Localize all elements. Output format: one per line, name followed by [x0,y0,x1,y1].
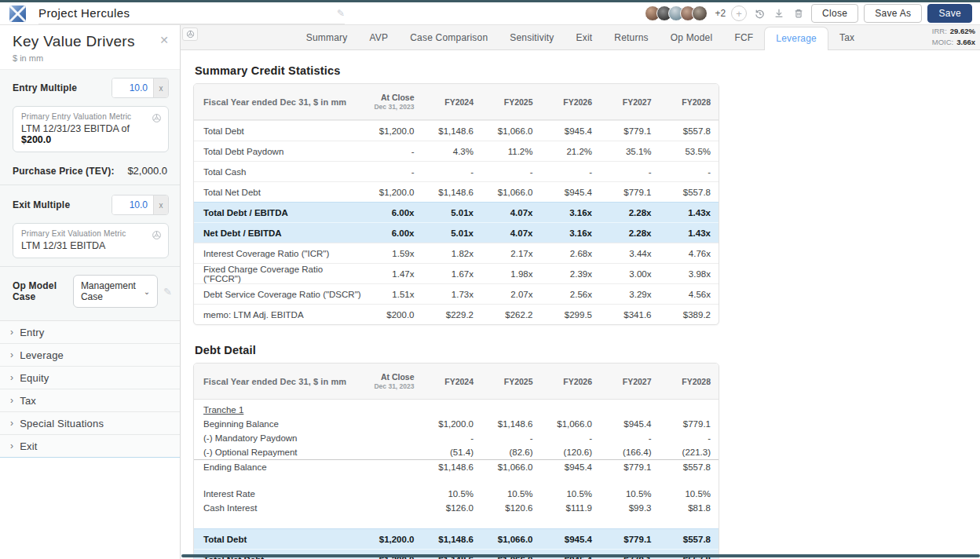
units-note: $ in mm [0,52,180,69]
irr-label: IRR: [932,27,947,35]
row-label: Ending Balance [194,462,363,472]
cell-value: - [660,167,719,177]
exit-valuation-metric-card[interactable]: Primary Exit Valuation Metric LTM 12/31 … [13,223,169,258]
cell-value: $1,148.6 [422,462,482,472]
op-model-case-select[interactable]: Management Case ⌄ [73,275,158,308]
cell-value: 11.2% [481,147,541,156]
cell-value: $779.1 [660,419,719,429]
panel-settings-icon[interactable] [182,27,198,41]
chevron-right-icon: › [10,349,13,360]
edit-title-icon[interactable]: ✎ [337,8,345,19]
exit-metric-text: LTM 12/31 EBITDA [21,240,160,251]
tab-tax[interactable]: Tax [828,25,865,49]
tab-case-comparison[interactable]: Case Comparison [399,25,499,49]
cell-value: 10.5% [660,489,719,499]
sidebar-title: Key Value Drivers [13,33,135,50]
save-as-button[interactable]: Save As [864,4,922,23]
sidebar-section-equity[interactable]: ›Equity [0,367,180,389]
cell-value: $945.4 [541,126,601,136]
cell-value: 10.5% [481,489,541,499]
exit-metric-caption: Primary Exit Valuation Metric [21,229,160,238]
cell-value: 2.07x [481,290,541,299]
sidebar-section-exit[interactable]: ›Exit [0,435,180,458]
tabs: SummaryAVPCase ComparisonSensitivityExit… [295,25,865,49]
cell-value: - [660,433,719,443]
cell-value: 1.43x [660,228,719,238]
horizontal-scrollbar[interactable] [181,554,980,557]
tab-summary[interactable]: Summary [295,25,359,49]
sidebar-section-entry[interactable]: ›Entry [0,321,180,344]
table-corner-label: Fiscal Year ended Dec 31, $ in mm [194,97,363,107]
cell-value: 4.56x [660,290,719,299]
chevron-right-icon: › [10,372,13,383]
main-panel: SummaryAVPCase ComparisonSensitivityExit… [181,25,980,559]
tab-exit[interactable]: Exit [565,25,604,49]
table-row: Total Cash------ [194,161,719,181]
edit-case-icon[interactable]: ✎ [163,286,172,298]
cell-value: $1,066.0 [481,188,541,197]
debt-detail-title: Debt Detail [195,344,980,356]
cell-value: $779.1 [600,188,660,197]
irr-value: 29.62% [950,27,975,35]
tab-avp[interactable]: AVP [359,25,400,49]
tab-sensitivity[interactable]: Sensitivity [499,25,565,49]
sidebar-section-special-situations[interactable]: ›Special Situations [0,412,180,435]
cell-value: (82.6) [481,448,541,457]
history-icon[interactable] [752,6,766,20]
cell-value: 10.5% [541,489,601,499]
column-subheader: Dec 31, 2023 [363,382,415,390]
row-label: Interest Coverage Ratio ("ICR") [194,249,363,258]
column-header: At CloseDec 31, 2023 [363,93,422,111]
trash-icon[interactable] [792,6,806,20]
cell-value: $229.2 [422,310,482,320]
exit-metric-settings-icon[interactable] [152,229,162,243]
download-icon[interactable] [772,6,786,20]
tab-returns[interactable]: Returns [603,25,659,49]
key-value-drivers-panel: Key Value Drivers ✕ $ in mm Entry Multip… [0,25,181,559]
tab-op-model[interactable]: Op Model [660,25,724,49]
cell-value: 1.73x [422,290,482,299]
tab-fcf[interactable]: FCF [723,25,764,49]
cell-value: $1,200.0 [363,188,422,197]
entry-multiple-input[interactable] [112,79,153,97]
entry-metric-caption: Primary Entry Valuation Metric [21,112,160,121]
tab-leverage[interactable]: Leverage [764,27,828,50]
project-title-field[interactable]: Project Hercules ✎ [38,2,345,24]
sidebar-section-tax[interactable]: ›Tax [0,389,180,412]
cell-value: $557.8 [660,462,719,472]
exit-multiple-input[interactable] [112,195,153,214]
cell-value: $557.8 [660,188,719,197]
save-button[interactable]: Save [927,4,972,23]
cell-value: - [541,167,601,177]
column-header: FY2027 [600,97,660,107]
add-collaborator-button[interactable]: + [731,5,747,21]
cell-value: $120.6 [481,503,541,513]
cell-value: 3.44x [600,249,660,258]
avatar-overflow-count: +2 [715,8,726,19]
cell-value: 2.17x [481,249,541,258]
column-header: At CloseDec 31, 2023 [363,372,422,390]
row-label: Total Cash [194,167,363,177]
cell-value: 5.01x [422,208,482,217]
sidebar-section-leverage[interactable]: ›Leverage [0,344,180,367]
table-row: Debt Service Coverage Ratio ("DSCR")1.51… [194,283,719,304]
cell-value: (221.3) [660,448,719,457]
table-row: Total Debt$1,200.0$1,148.6$1,066.0$945.4… [194,120,719,141]
row-label: Total Debt [194,535,363,544]
entry-valuation-metric-card[interactable]: Primary Entry Valuation Metric LTM 12/31… [13,106,169,152]
cell-value: $99.3 [600,503,660,513]
cell-value: $945.4 [541,535,601,544]
cell-value: 3.16x [541,208,601,217]
table-row: Interest Coverage Ratio ("ICR")1.59x1.82… [194,243,719,263]
section-label: Equity [20,372,49,384]
table-row: Ending Balance$1,148.6$1,066.0$945.4$779… [194,459,719,473]
close-panel-icon[interactable]: ✕ [159,33,169,46]
row-label: Beginning Balance [194,419,363,429]
cell-value: $1,066.0 [481,126,541,136]
close-button[interactable]: Close [811,4,858,23]
cell-value: $1,148.6 [422,535,482,544]
entry-metric-settings-icon[interactable] [152,112,162,126]
row-label: Debt Service Coverage Ratio ("DSCR") [194,290,363,299]
driver-controls: Entry Multiple x Primary Entry Valuation… [0,69,180,320]
cell-value: $1,148.6 [422,126,482,136]
